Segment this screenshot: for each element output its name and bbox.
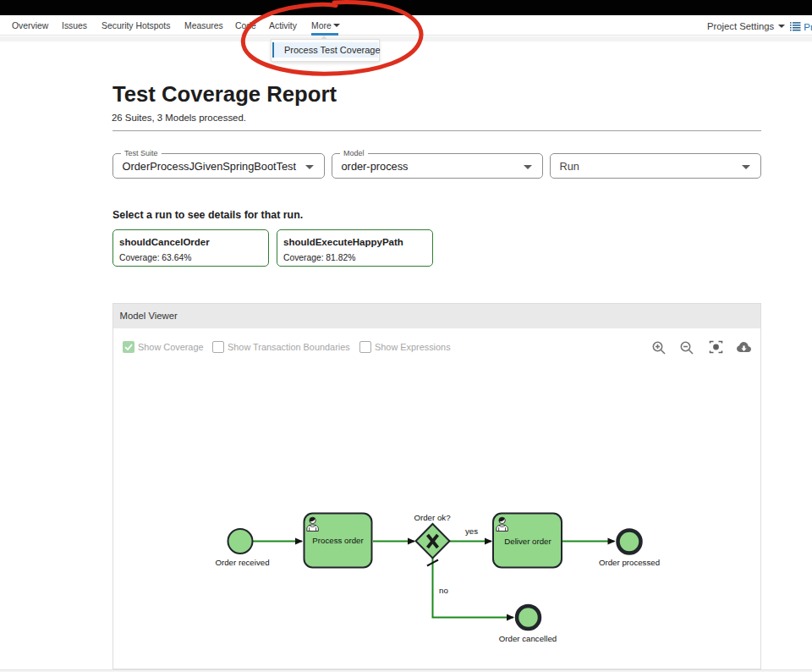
svg-text:Order received: Order received — [215, 558, 269, 567]
svg-text:yes: yes — [465, 526, 478, 536]
svg-text:Order processed: Order processed — [599, 558, 660, 567]
svg-text:no: no — [439, 586, 448, 595]
svg-text:Process order: Process order — [312, 536, 364, 545]
svg-text:Deliver order: Deliver order — [504, 537, 551, 546]
svg-text:Order cancelled: Order cancelled — [499, 634, 557, 643]
svg-text:Order ok?: Order ok? — [414, 513, 451, 522]
